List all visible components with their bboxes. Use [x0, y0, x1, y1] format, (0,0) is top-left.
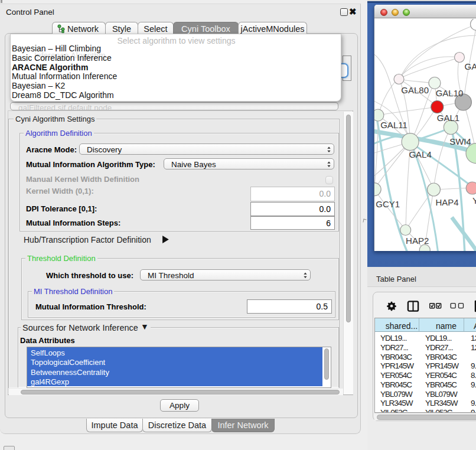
svg-text:GAL1: GAL1	[437, 113, 459, 123]
svg-text:GAL80: GAL80	[401, 85, 429, 95]
svg-text:GAL4: GAL4	[409, 149, 431, 159]
svg-text:GAL7: GAL7	[465, 61, 476, 71]
svg-text:GCY1: GCY1	[376, 199, 400, 209]
svg-text:SWI4: SWI4	[449, 136, 471, 146]
svg-text:GAL11: GAL11	[380, 120, 407, 130]
svg-text:GAL10: GAL10	[436, 88, 464, 98]
svg-text:Y: Y	[472, 195, 476, 206]
svg-text:HAP2: HAP2	[406, 236, 429, 246]
svg-text:HAP4: HAP4	[435, 197, 458, 207]
